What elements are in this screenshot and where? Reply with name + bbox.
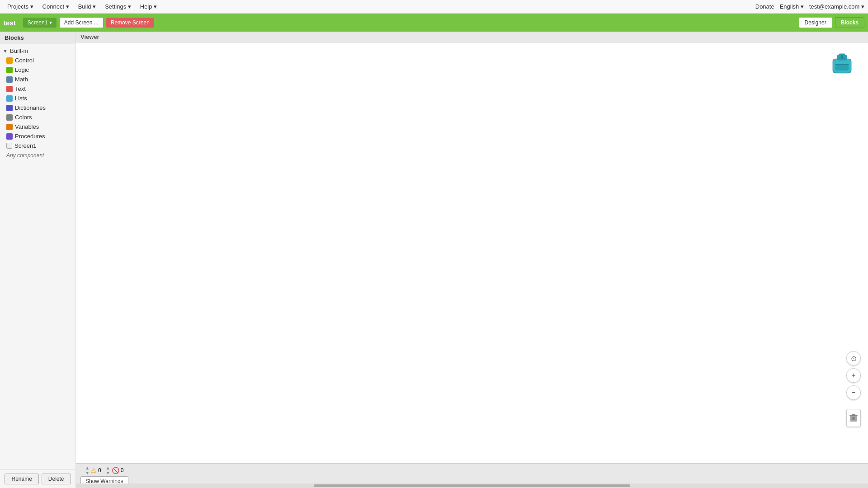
- screen-selector[interactable]: Screen1 ▾: [23, 18, 57, 28]
- variables-icon: [6, 124, 13, 130]
- error-circle-icon: 🚫: [112, 467, 119, 474]
- lists-icon: [6, 95, 13, 102]
- builtin-toggle: ▼: [3, 48, 9, 54]
- scrollbar-thumb: [314, 484, 631, 487]
- remove-screen-button[interactable]: Remove Screen: [106, 18, 154, 28]
- logic-icon: [6, 67, 13, 73]
- bottom-scrollbar[interactable]: [76, 483, 868, 488]
- sidebar-item-dictionaries[interactable]: Dictionaries: [0, 103, 75, 113]
- viewer-canvas: ⊙ + −: [76, 42, 868, 463]
- nav-help[interactable]: Help ▾: [137, 1, 160, 12]
- sidebar-item-control[interactable]: Control: [0, 56, 75, 65]
- backpack-icon: [830, 51, 854, 75]
- sidebar-item-colors-label: Colors: [15, 114, 32, 121]
- text-icon: [6, 86, 13, 92]
- project-bar: test Screen1 ▾ Add Screen ... Remove Scr…: [0, 14, 868, 32]
- sidebar-item-logic-label: Logic: [15, 66, 29, 73]
- warning-count: 0: [98, 467, 101, 474]
- sidebar-item-control-label: Control: [15, 57, 34, 64]
- sidebar-item-text[interactable]: Text: [0, 84, 75, 94]
- nav-donate[interactable]: Donate: [755, 3, 774, 10]
- procedures-icon: [6, 133, 13, 140]
- sidebar-bottom: Rename Delete: [0, 469, 75, 488]
- trash-button[interactable]: [846, 409, 861, 427]
- viewer-area: Viewer ⊙ +: [76, 32, 868, 488]
- sidebar-item-lists[interactable]: Lists: [0, 94, 75, 103]
- sidebar-item-lists-label: Lists: [15, 95, 27, 102]
- sidebar: Blocks ▼ Built-in Control Logic Math: [0, 32, 76, 488]
- any-component: Any component: [0, 150, 75, 160]
- sidebar-item-screen1[interactable]: Screen1: [0, 141, 75, 150]
- sidebar-item-screen1-label: Screen1: [14, 142, 36, 149]
- viewer-header: Viewer: [76, 32, 868, 42]
- delete-button[interactable]: Delete: [42, 474, 71, 484]
- math-icon: [6, 76, 13, 83]
- nav-language[interactable]: English ▾: [780, 3, 804, 10]
- rename-button[interactable]: Rename: [5, 474, 38, 484]
- colors-icon: [6, 114, 13, 121]
- up-arrow-icon: ▲: [85, 465, 90, 470]
- sidebar-item-text-label: Text: [15, 85, 26, 92]
- nav-projects[interactable]: Projects ▾: [4, 1, 37, 12]
- top-nav: Projects ▾ Connect ▾ Build ▾ Settings ▾ …: [0, 0, 868, 14]
- sidebar-content: ▼ Built-in Control Logic Math Text: [0, 44, 75, 469]
- nav-account[interactable]: test@example.com ▾: [809, 3, 864, 10]
- sidebar-item-math-label: Math: [15, 76, 28, 83]
- add-screen-button[interactable]: Add Screen ...: [59, 17, 104, 28]
- warning-icons: ▲ ▼ ⚠ 0 ▲ ▼ 🚫 0: [85, 465, 123, 475]
- dicts-icon: [6, 105, 13, 111]
- project-title: test: [4, 19, 16, 27]
- sidebar-header: Blocks: [0, 32, 75, 44]
- control-icon: [6, 57, 13, 64]
- designer-button[interactable]: Designer: [799, 17, 832, 28]
- nav-connect[interactable]: Connect ▾: [39, 1, 73, 12]
- trash-icon: [849, 413, 858, 422]
- warning-item: ▲ ▼ ⚠ 0: [85, 465, 101, 475]
- warning-triangle-icon: ⚠: [91, 467, 97, 474]
- zoom-out-button[interactable]: −: [846, 385, 861, 400]
- builtin-label: Built-in: [10, 47, 28, 54]
- sidebar-item-logic[interactable]: Logic: [0, 65, 75, 75]
- screen-icon: [6, 143, 12, 149]
- main-layout: Blocks ▼ Built-in Control Logic Math: [0, 32, 868, 488]
- nav-build[interactable]: Build ▾: [75, 1, 100, 12]
- blocks-button[interactable]: Blocks: [835, 17, 864, 28]
- error-count: 0: [121, 467, 124, 474]
- sidebar-item-procedures-label: Procedures: [15, 133, 45, 140]
- center-button[interactable]: ⊙: [846, 351, 861, 366]
- sidebar-item-variables-label: Variables: [15, 123, 39, 130]
- up-arrow-icon-2: ▲: [106, 465, 110, 470]
- sidebar-item-math[interactable]: Math: [0, 75, 75, 84]
- builtin-group[interactable]: ▼ Built-in: [0, 46, 75, 56]
- canvas-controls: ⊙ + −: [846, 351, 861, 427]
- sidebar-item-procedures[interactable]: Procedures: [0, 131, 75, 141]
- down-arrow-icon: ▼: [85, 470, 90, 475]
- nav-settings[interactable]: Settings ▾: [101, 1, 135, 12]
- sidebar-item-dictionaries-label: Dictionaries: [15, 104, 46, 111]
- sidebar-item-variables[interactable]: Variables: [0, 122, 75, 131]
- sidebar-item-colors[interactable]: Colors: [0, 113, 75, 122]
- down-arrow-icon-2: ▼: [106, 470, 110, 475]
- zoom-in-button[interactable]: +: [846, 368, 861, 383]
- error-item: ▲ ▼ 🚫 0: [106, 465, 124, 475]
- svg-rect-3: [835, 65, 849, 70]
